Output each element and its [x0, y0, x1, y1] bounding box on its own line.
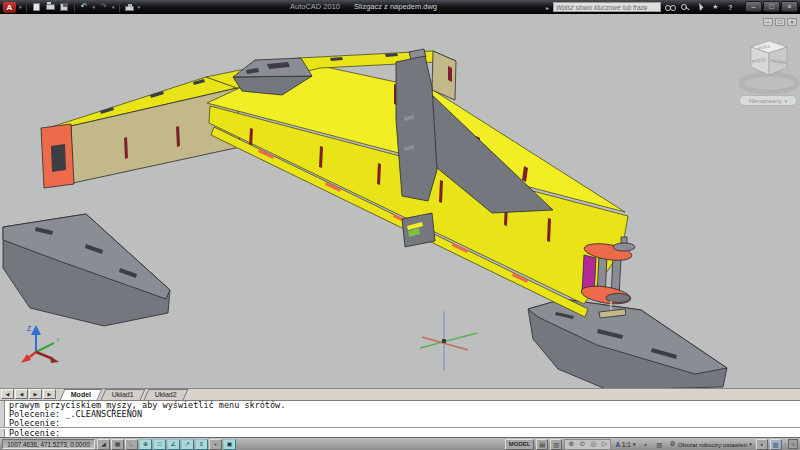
drawing-area[interactable]: Z Y GÓRA PRZÓD PRAWO – □ × Nienazwany ▾ [0, 14, 800, 388]
annotation-icon: A [615, 441, 620, 448]
status-bar: 1007.4636, 471.5273, 0.0000 ◢▦∟⊕□∠↗≡+▣ M… [0, 437, 800, 450]
toggle-ducs-button[interactable]: ↗ [181, 439, 194, 450]
subscription-key-icon[interactable] [680, 3, 691, 12]
window-controls: – □ × [745, 1, 798, 12]
toggle-osnap-button[interactable]: □ [153, 439, 166, 450]
app-title: AutoCAD 2010 [290, 2, 340, 11]
model-fin [396, 49, 437, 201]
save-floppy-icon [60, 3, 68, 11]
toggle-ortho-button[interactable]: ∟ [125, 439, 138, 450]
annotation-scale-control[interactable]: A 1:1 ▾ [613, 441, 637, 448]
plot-printer-icon [125, 6, 134, 11]
command-history[interactable]: prawym przyciskiem myszy, aby wyświetlić… [0, 401, 800, 428]
chevron-down-icon: ▾ [785, 98, 788, 104]
toggle-lwt-button[interactable]: + [209, 439, 222, 450]
favorites-star-icon[interactable]: ★ [710, 3, 721, 12]
annotation-scale-value: 1:1 [622, 441, 631, 448]
open-folder-icon [46, 4, 55, 10]
model-left-beam [41, 77, 240, 188]
toggle-qp-button[interactable]: ▣ [223, 439, 236, 450]
layout-tabs: Model Układ1 Układ2 [62, 389, 189, 400]
coordinates-readout[interactable]: 1007.4636, 471.5273, 0.0000 [2, 439, 95, 449]
drawing-restore-button[interactable]: □ [775, 18, 785, 26]
title-bar: A ▾ ↶ ▾ ↷ ▾ ▾ AutoCAD 2010 Slizgacz z na… [0, 0, 800, 14]
window-title: AutoCAD 2010 Slizgacz z napedem.dwg [290, 2, 437, 11]
tab-prev-button[interactable]: ◀ [15, 389, 28, 399]
tab-model[interactable]: Model [60, 389, 103, 400]
drawing-viewport[interactable]: Z Y GÓRA PRZÓD PRAWO [0, 14, 800, 388]
undo-caret-icon[interactable]: ▾ [93, 4, 96, 10]
command-history-drag-handle[interactable] [0, 401, 5, 427]
tab-next-button[interactable]: ▶ [29, 389, 42, 399]
chevron-down-icon: ▾ [749, 441, 752, 447]
open-button[interactable] [45, 2, 56, 12]
toolbar-separator [26, 2, 27, 12]
help-icon[interactable]: ? [725, 3, 736, 12]
viewcube-ucs-dropdown[interactable]: Nienazwany ▾ [739, 95, 797, 106]
toggle-snap-button[interactable]: ◢ [97, 439, 110, 450]
qat-customize-caret-icon[interactable]: ▾ [138, 4, 141, 10]
save-button[interactable] [59, 2, 70, 12]
drawing-window-controls: – □ × [763, 18, 797, 26]
crosshair-cursor [420, 311, 477, 371]
redo-button[interactable]: ↷ [98, 2, 109, 12]
model-layout-icon[interactable]: ▤ [536, 439, 548, 450]
layout-tab-bar: ◀ ◀ ▶ ▶ Model Układ1 Układ2 [0, 388, 800, 400]
tab-uklad1[interactable]: Układ1 [101, 389, 146, 400]
viewcube-top-label: GÓRA [758, 44, 771, 50]
autoscale-icon[interactable]: ▥ [653, 439, 665, 450]
drawing-close-button[interactable]: × [787, 18, 797, 26]
ucs-icon: Z Y [21, 325, 60, 363]
command-line-panel: prawym przyciskiem myszy, aby wyświetlić… [0, 400, 800, 437]
status-toggle-group: ◢▦∟⊕□∠↗≡+▣ [97, 439, 236, 450]
new-doc-icon [33, 3, 40, 11]
plot-button[interactable] [124, 2, 135, 12]
autocad-logo-icon[interactable]: A [3, 2, 16, 13]
undo-button[interactable]: ↶ [79, 2, 90, 12]
viewcube-ucs-value: Nienazwany [749, 98, 782, 104]
minimize-button[interactable]: – [745, 1, 762, 12]
tab-uklad2[interactable]: Układ2 [144, 389, 189, 400]
new-drawing-button[interactable] [31, 2, 42, 12]
app-menu-caret-icon[interactable]: ▾ [19, 4, 22, 10]
status-tray-button[interactable]: ▥ [770, 439, 782, 450]
layout-icon[interactable]: ▥ [550, 439, 562, 450]
model-left-hull [3, 214, 170, 326]
viewcube[interactable]: GÓRA PRZÓD PRAWO [741, 41, 797, 92]
search-icon[interactable] [665, 3, 676, 12]
infocenter: ▸ ★ ? [546, 2, 736, 12]
communication-center-icon[interactable] [695, 3, 706, 12]
search-go-icon[interactable]: ▸ [546, 4, 549, 11]
drawing-minimize-button[interactable]: – [763, 18, 773, 26]
command-history-line: Polecenie: _.CLEANSCREENON [0, 410, 800, 419]
toggle-grid-button[interactable]: ▦ [111, 439, 124, 450]
restore-button[interactable]: □ [763, 1, 780, 12]
pan-icon[interactable]: ⊕ [566, 439, 576, 449]
toggle-otrack-button[interactable]: ∠ [167, 439, 180, 450]
document-title: Slizgacz z napedem.dwg [354, 2, 437, 11]
steering-wheel-icon[interactable]: ◎ [588, 439, 598, 449]
tab-first-button[interactable]: ◀ [1, 389, 14, 399]
toolbar-lock-button[interactable]: ▪ [756, 439, 768, 450]
clean-screen-button[interactable]: □ [788, 439, 798, 449]
toggle-polar-button[interactable]: ⊕ [139, 439, 152, 450]
showmotion-icon[interactable]: ▷ [599, 439, 609, 449]
toggle-dyn-button[interactable]: ≡ [195, 439, 208, 450]
model-space-button[interactable]: MODEL [505, 439, 535, 450]
ucs-y-label: Y [56, 337, 60, 343]
command-history-line: Polecenie: [0, 419, 800, 428]
ucs-z-label: Z [27, 325, 32, 332]
search-input[interactable] [553, 2, 661, 12]
toolbar-separator [74, 2, 75, 12]
toolbar-separator [119, 2, 120, 12]
close-button[interactable]: × [781, 1, 798, 12]
gear-icon: ⚙ [669, 440, 675, 448]
annotation-visibility-icon[interactable]: ▪ [639, 439, 651, 450]
model-right-hull [528, 299, 727, 388]
zoom-icon[interactable]: ⊙ [577, 439, 587, 449]
workspace-switch-button[interactable]: ⚙ Obszar roboczy ustawień ▾ [667, 439, 753, 450]
workspace-label: Obszar roboczy ustawień [678, 441, 747, 448]
chevron-down-icon[interactable]: ▾ [633, 441, 636, 447]
redo-caret-icon[interactable]: ▾ [112, 4, 115, 10]
tab-last-button[interactable]: ▶ [43, 389, 56, 399]
